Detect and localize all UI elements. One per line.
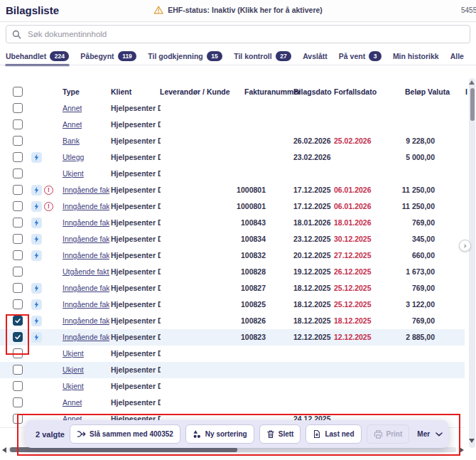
document-type-link[interactable]: Inngående fakt… xyxy=(63,329,109,346)
document-type-link[interactable]: Ukjent xyxy=(63,346,84,362)
lightning-icon xyxy=(31,332,42,343)
vertical-scrollbar-thumb[interactable] xyxy=(470,88,475,121)
horizontal-scrollbar-thumb[interactable] xyxy=(10,447,237,452)
col-header-klient[interactable]: Klient xyxy=(111,84,131,100)
tab-til-godkjenning[interactable]: Til godkjenning15 xyxy=(148,51,222,61)
document-type-link[interactable]: Inngående fakt… xyxy=(63,215,109,231)
row-checkbox[interactable] xyxy=(13,136,23,146)
row-checkbox[interactable] xyxy=(13,316,23,326)
table-row[interactable]: Inngående fakt…Hjelpesenter De…10082518.… xyxy=(0,296,465,314)
row-checkbox[interactable] xyxy=(13,185,23,195)
col-header-type[interactable]: Type xyxy=(63,84,80,100)
table-row[interactable]: BankHjelpesenter De…26.02.202625.02.2026… xyxy=(0,133,465,150)
tab-alle[interactable]: Alle xyxy=(450,52,464,60)
table-row[interactable]: UkjentHjelpesenter De… xyxy=(0,362,465,379)
document-type-link[interactable]: Ukjent xyxy=(63,362,84,378)
table-row[interactable]: Inngående fakt…Hjelpesenter De…10082718.… xyxy=(0,280,465,297)
row-checkbox[interactable] xyxy=(13,201,23,211)
tab-ubehandlet[interactable]: Ubehandlet224 xyxy=(6,51,69,61)
chevron-down-icon xyxy=(436,432,443,437)
col-header-fakturanummer[interactable]: Fakturanummer xyxy=(244,84,301,100)
table-row[interactable]: AnnetHjelpesenter De… xyxy=(0,100,465,117)
row-checkbox[interactable] xyxy=(13,267,23,277)
row-checkbox[interactable] xyxy=(13,414,23,424)
row-checkbox[interactable] xyxy=(13,348,23,358)
table-row[interactable]: UkjentHjelpesenter De… xyxy=(0,378,465,395)
col-header-leverandor[interactable]: Leverandør / Kunde xyxy=(160,84,230,100)
table-row[interactable]: UkjentHjelpesenter De… xyxy=(0,346,465,363)
check-icon xyxy=(14,317,21,324)
delete-button[interactable]: Slett xyxy=(259,424,301,444)
document-type-link[interactable]: Bank xyxy=(63,133,80,149)
document-type-link[interactable]: Ukjent xyxy=(63,166,84,182)
row-checkbox[interactable] xyxy=(13,381,23,391)
document-type-link[interactable]: Annet xyxy=(63,117,82,133)
table-row[interactable]: Inngående fakt…Hjelpesenter De…10083423.… xyxy=(0,231,465,248)
tab-min-historikk[interactable]: Min historikk xyxy=(393,52,439,60)
table-row[interactable]: UtleggHjelpesenter De…23.02.20265 000,00 xyxy=(0,149,465,166)
row-checkbox[interactable] xyxy=(13,397,23,407)
table-row[interactable]: UkjentHjelpesenter De… xyxy=(0,166,465,183)
scroll-left-arrow[interactable] xyxy=(2,447,6,453)
table-row[interactable]: AnnetHjelpesenter De… xyxy=(0,117,465,134)
row-checkbox[interactable] xyxy=(13,103,23,113)
col-header-belop-valuta[interactable]: Beløp Valuta xyxy=(396,84,450,100)
row-checkbox[interactable] xyxy=(13,250,23,260)
table-row[interactable]: Inngående fakt…Hjelpesenter De…10083220.… xyxy=(0,247,465,264)
tab-på-vent[interactable]: På vent3 xyxy=(339,51,382,61)
document-type-link[interactable]: Inngående fakt… xyxy=(63,247,109,264)
document-type-link[interactable]: Annet xyxy=(63,100,82,117)
tab-til-kontroll[interactable]: Til kontroll27 xyxy=(234,51,291,61)
table-row[interactable]: Inngående fakt…Hjelpesenter De…10082312.… xyxy=(0,329,465,346)
document-type-link[interactable]: Inngående fakt… xyxy=(63,280,109,296)
tab-påbegynt[interactable]: Påbegynt119 xyxy=(80,51,136,61)
row-checkbox[interactable] xyxy=(13,234,23,244)
vertical-scrollbar-track[interactable] xyxy=(469,78,475,448)
select-all-checkbox[interactable] xyxy=(13,87,23,97)
bilagsdato-cell: 26.02.2026 xyxy=(293,133,331,149)
document-type-link[interactable]: Inngående fakt… xyxy=(63,296,109,313)
lightning-icon xyxy=(31,234,42,245)
merge-button[interactable]: Slå sammen med 400352 xyxy=(70,424,180,444)
tab-label: På vent xyxy=(339,52,365,60)
document-type-link[interactable]: Ukjent xyxy=(63,378,84,395)
row-checkbox[interactable] xyxy=(13,299,23,309)
button-label: Slå sammen med 400352 xyxy=(90,430,173,438)
table-row[interactable]: !Inngående fakt…Hjelpesenter De…10008011… xyxy=(0,182,465,199)
table-row[interactable]: Inngående fakt…Hjelpesenter De…10082618.… xyxy=(0,313,465,330)
new-sorting-button[interactable]: Ny sortering xyxy=(185,424,254,444)
document-type-link[interactable]: Inngående fakt… xyxy=(63,182,109,198)
col-header-forfallsdato[interactable]: Forfallsdato xyxy=(334,84,377,100)
download-button[interactable]: Last ned xyxy=(305,424,361,444)
scroll-up-arrow[interactable] xyxy=(469,80,475,85)
shapes-icon xyxy=(193,429,202,439)
col-header-bilagsdato[interactable]: Bilagsdato xyxy=(293,84,332,100)
more-button[interactable]: Mer xyxy=(414,424,445,444)
row-checkbox[interactable] xyxy=(13,332,23,342)
document-type-link[interactable]: Inngående fakt… xyxy=(63,231,109,247)
scroll-down-arrow[interactable] xyxy=(469,439,475,443)
document-type-link[interactable]: Utlegg xyxy=(63,149,84,166)
row-checkbox[interactable] xyxy=(13,283,23,293)
row-checkbox[interactable] xyxy=(13,218,23,228)
document-type-link[interactable]: Inngående fakt… xyxy=(63,198,109,215)
row-checkbox[interactable] xyxy=(13,365,23,375)
table-row[interactable]: AnnetHjelpesenter De… xyxy=(0,395,465,412)
table-row[interactable]: Utgående faktu…Hjelpesenter De…10082819.… xyxy=(0,264,465,281)
row-checkbox[interactable] xyxy=(13,152,23,162)
horizontal-next-button[interactable]: › xyxy=(459,240,471,252)
ehf-status-link[interactable]: EHF-status: Inaktiv (Klikk her for å akt… xyxy=(153,6,323,14)
belop-cell: 769,00 xyxy=(368,313,435,329)
search-input[interactable] xyxy=(26,29,464,39)
row-checkbox[interactable] xyxy=(13,169,23,178)
button-label: Mer xyxy=(417,430,430,438)
document-type-link[interactable]: Utgående faktu… xyxy=(63,264,109,280)
scroll-right-arrow[interactable] xyxy=(460,447,464,453)
document-type-link[interactable]: Annet xyxy=(63,395,82,411)
table-row[interactable]: Inngående fakt…Hjelpesenter De…10084318.… xyxy=(0,215,465,232)
document-type-link[interactable]: Inngående fakt… xyxy=(63,313,109,329)
tab-label: Min historikk xyxy=(393,52,439,60)
table-row[interactable]: !Inngående fakt…Hjelpesenter De…10008011… xyxy=(0,198,465,215)
row-checkbox[interactable] xyxy=(13,119,23,129)
tab-avslått[interactable]: Avslått xyxy=(303,52,328,60)
